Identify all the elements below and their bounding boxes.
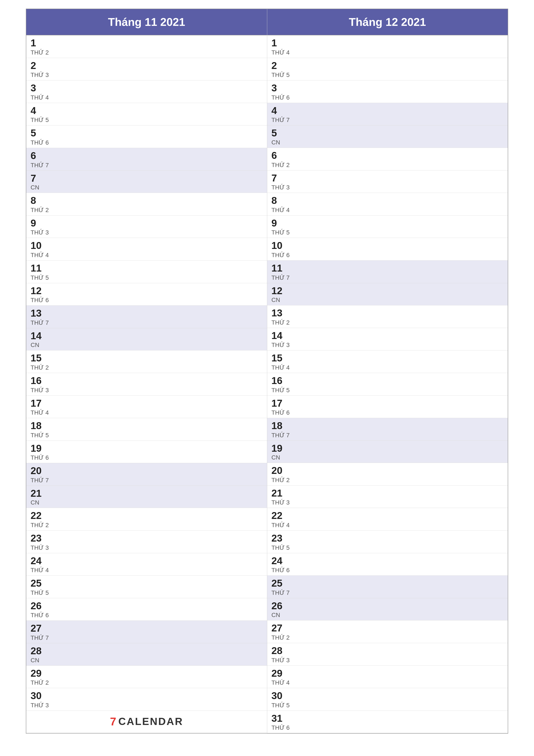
day-row-m0-d19[interactable]: 20THỨ 7	[26, 463, 267, 486]
day-row-m1-d25[interactable]: 26CN	[267, 598, 508, 621]
day-label-m0-d9: THỨ 4	[31, 252, 263, 258]
day-row-m1-d10[interactable]: 11THỨ 7	[267, 260, 508, 283]
day-number-m1-d24: 25	[271, 578, 504, 589]
day-row-m0-d14[interactable]: 15THỨ 2	[26, 350, 267, 373]
day-row-m0-d18[interactable]: 19THỨ 6	[26, 441, 267, 463]
day-row-m1-d28[interactable]: 29THỨ 4	[267, 666, 508, 688]
day-row-m1-d20[interactable]: 21THỨ 3	[267, 486, 508, 508]
day-row-m0-d1[interactable]: 2THỨ 3	[26, 58, 267, 81]
day-row-m0-d28[interactable]: 29THỨ 2	[26, 666, 267, 688]
day-row-m0-d17[interactable]: 18THỨ 5	[26, 418, 267, 441]
day-row-m0-d29[interactable]: 30THỨ 3	[26, 688, 267, 711]
day-row-m1-d0[interactable]: 1THỨ 4	[267, 35, 508, 58]
day-row-m0-d8[interactable]: 9THỨ 3	[26, 216, 267, 238]
day-number-m0-d14: 15	[31, 353, 263, 364]
day-row-m0-d7[interactable]: 8THỨ 2	[26, 193, 267, 216]
day-row-m1-d3[interactable]: 4THỨ 7	[267, 103, 508, 126]
day-label-m0-d2: THỨ 4	[31, 94, 263, 101]
day-number-m0-d27: 28	[31, 645, 263, 657]
day-row-m1-d1[interactable]: 2THỨ 5	[267, 58, 508, 81]
day-number-m0-d25: 26	[31, 600, 263, 611]
day-row-m0-d16[interactable]: 17THỨ 4	[26, 396, 267, 418]
day-row-m1-d9[interactable]: 10THỨ 6	[267, 238, 508, 260]
day-label-m1-d11: CN	[271, 297, 504, 304]
months-wrapper: Tháng 11 20211THỨ 22THỨ 33THỨ 44THỨ 55TH…	[26, 9, 508, 734]
day-number-m0-d20: 21	[31, 488, 263, 499]
day-number-m1-d1: 2	[271, 60, 504, 71]
day-number-m0-d8: 9	[31, 218, 263, 229]
day-label-m1-d8: THỨ 5	[271, 229, 504, 236]
day-label-m1-d9: THỨ 6	[271, 252, 504, 258]
day-row-m0-d23[interactable]: 24THỨ 4	[26, 553, 267, 576]
day-number-m1-d0: 1	[271, 38, 504, 48]
day-label-m1-d14: THỨ 4	[271, 364, 504, 371]
day-number-m1-d15: 16	[271, 375, 504, 386]
day-row-m1-d6[interactable]: 7THỨ 3	[267, 171, 508, 193]
day-label-m0-d14: THỨ 2	[31, 364, 263, 371]
day-row-m1-d8[interactable]: 9THỨ 5	[267, 216, 508, 238]
day-number-m1-d26: 27	[271, 623, 504, 634]
day-row-m0-d15[interactable]: 16THỨ 3	[26, 373, 267, 396]
day-row-m0-d26[interactable]: 27THỨ 7	[26, 621, 267, 643]
day-row-m1-d13[interactable]: 14THỨ 3	[267, 328, 508, 351]
day-row-m0-d10[interactable]: 11THỨ 5	[26, 260, 267, 283]
day-row-m1-d11[interactable]: 12CN	[267, 283, 508, 306]
calendar-container: Tháng 11 20211THỨ 22THỨ 33THỨ 44THỨ 55TH…	[0, 0, 534, 742]
day-row-m0-d12[interactable]: 13THỨ 7	[26, 306, 267, 328]
day-number-m1-d20: 21	[271, 488, 504, 499]
day-row-m0-d20[interactable]: 21CN	[26, 486, 267, 508]
day-row-m1-d19[interactable]: 20THỨ 2	[267, 463, 508, 486]
day-row-m1-d18[interactable]: 19CN	[267, 441, 508, 463]
day-number-m1-d2: 3	[271, 83, 504, 94]
day-label-m1-d24: THỨ 7	[271, 589, 504, 596]
day-label-m0-d22: THỨ 3	[31, 544, 263, 551]
day-row-m1-d2[interactable]: 3THỨ 6	[267, 80, 508, 103]
day-label-m0-d0: THỨ 2	[31, 49, 263, 56]
day-row-m0-d13[interactable]: 14CN	[26, 328, 267, 351]
day-row-m1-d16[interactable]: 17THỨ 6	[267, 396, 508, 418]
day-row-m1-d12[interactable]: 13THỨ 2	[267, 305, 508, 328]
day-row-m0-d27[interactable]: 28CN	[26, 643, 267, 666]
day-row-m1-d5[interactable]: 6THỨ 2	[267, 148, 508, 171]
day-row-m0-d11[interactable]: 12THỨ 6	[26, 283, 267, 306]
day-number-m0-d23: 24	[31, 555, 263, 566]
day-number-m1-d30: 31	[271, 713, 504, 724]
day-row-m1-d24[interactable]: 25THỨ 7	[267, 576, 508, 598]
day-row-m1-d23[interactable]: 24THỨ 6	[267, 553, 508, 576]
day-number-m1-d28: 29	[271, 668, 504, 679]
day-row-m0-d9[interactable]: 10THỨ 4	[26, 238, 267, 260]
day-row-m1-d26[interactable]: 27THỨ 2	[267, 620, 508, 643]
day-row-m1-d14[interactable]: 15THỨ 4	[267, 350, 508, 373]
day-row-m1-d27[interactable]: 28THỨ 3	[267, 643, 508, 666]
day-number-m0-d29: 30	[31, 690, 263, 701]
day-row-m1-d4[interactable]: 5CN	[267, 125, 508, 148]
day-row-m1-d30[interactable]: 31THỨ 6	[267, 711, 508, 733]
day-row-m0-d22[interactable]: 23THỨ 3	[26, 530, 267, 553]
day-row-m1-d15[interactable]: 16THỨ 5	[267, 373, 508, 396]
day-label-m1-d6: THỨ 3	[271, 184, 504, 191]
day-label-m0-d17: THỨ 5	[31, 432, 263, 439]
day-number-m0-d10: 11	[31, 263, 263, 274]
day-row-m0-d21[interactable]: 22THỨ 2	[26, 508, 267, 530]
day-number-m1-d9: 10	[271, 240, 504, 251]
day-number-m0-d5: 6	[31, 150, 263, 161]
day-number-m0-d21: 22	[31, 510, 263, 521]
day-label-m1-d20: THỨ 3	[271, 499, 504, 506]
day-row-m0-d2[interactable]: 3THỨ 4	[26, 80, 267, 103]
day-row-m1-d7[interactable]: 8THỨ 4	[267, 193, 508, 216]
day-row-m0-d6[interactable]: 7CN	[26, 171, 267, 193]
day-row-m0-d25[interactable]: 26THỨ 6	[26, 598, 267, 621]
day-row-m0-d24[interactable]: 25THỨ 5	[26, 576, 267, 598]
day-row-m0-d4[interactable]: 5THỨ 6	[26, 125, 267, 148]
day-number-m1-d4: 5	[271, 127, 504, 139]
day-row-m1-d17[interactable]: 18THỨ 7	[267, 418, 508, 441]
day-label-m1-d30: THỨ 6	[271, 724, 504, 731]
day-row-m1-d21[interactable]: 22THỨ 4	[267, 508, 508, 530]
month-header-1: Tháng 12 2021	[267, 9, 508, 35]
day-row-m1-d29[interactable]: 30THỨ 5	[267, 688, 508, 711]
day-row-m1-d22[interactable]: 23THỨ 5	[267, 530, 508, 553]
day-row-m0-d0[interactable]: 1THỨ 2	[26, 35, 267, 58]
day-row-m0-d3[interactable]: 4THỨ 5	[26, 103, 267, 126]
day-number-m1-d3: 4	[271, 105, 504, 116]
day-row-m0-d5[interactable]: 6THỨ 7	[26, 148, 267, 171]
